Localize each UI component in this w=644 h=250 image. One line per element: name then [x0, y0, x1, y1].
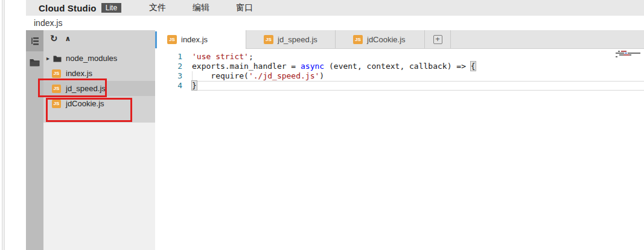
- tree-item-node-modules[interactable]: ▸ node_modules: [43, 51, 155, 66]
- tab-label: jd_speed.js: [278, 35, 317, 44]
- menu-list: 文件 编辑 窗口: [136, 1, 266, 14]
- code-line-2[interactable]: 2 exports.main_handler = async (event, c…: [157, 62, 644, 71]
- activity-bar: [26, 30, 43, 250]
- explorer-toolbar: ↻ ∧: [43, 30, 71, 47]
- line-number: 3: [157, 71, 182, 81]
- code-token: ;: [249, 52, 253, 61]
- annotation-box-jdcookie: [46, 98, 132, 122]
- code-token: ): [319, 71, 324, 80]
- menubar: Cloud Studio Lite 文件 编辑 窗口: [26, 0, 644, 16]
- breadcrumb-filename[interactable]: index.js: [34, 18, 62, 28]
- lite-badge: Lite: [101, 3, 121, 13]
- menu-window[interactable]: 窗口: [223, 1, 266, 14]
- page-edge-strip: [2, 0, 5, 250]
- bracket-match-close: }: [192, 81, 197, 90]
- tree-item-label: index.js: [66, 69, 92, 78]
- collapse-all-icon[interactable]: ∧: [65, 34, 71, 43]
- tab-index-js[interactable]: JS index.js: [157, 30, 246, 49]
- code-editor[interactable]: 1 'use strict'; 2 exports.main_handler =…: [157, 49, 644, 250]
- new-tab-button[interactable]: +: [425, 30, 451, 48]
- js-file-icon: JS: [264, 35, 273, 44]
- code-token-string: 'use strict': [192, 52, 249, 61]
- file-explorer-button[interactable]: [26, 51, 43, 72]
- editor-zone: JS index.js JS jd_speed.js JS jdCookie.j…: [157, 30, 644, 250]
- refresh-icon[interactable]: ↻: [50, 33, 58, 44]
- menu-file[interactable]: 文件: [136, 1, 179, 14]
- tab-bar: JS index.js JS jd_speed.js JS jdCookie.j…: [157, 30, 644, 49]
- js-file-icon: JS: [52, 69, 61, 78]
- menu-edit[interactable]: 编辑: [179, 1, 223, 14]
- js-file-icon: JS: [353, 35, 363, 44]
- tree-item-label: node_modules: [66, 54, 117, 63]
- line-number: 2: [157, 62, 182, 71]
- bracket-match-open: {: [471, 62, 476, 71]
- tab-label: jdCookie.js: [367, 35, 406, 44]
- js-file-icon: JS: [167, 35, 177, 44]
- cloud-studio-window: Cloud Studio Lite 文件 编辑 窗口 index.js: [0, 0, 644, 250]
- app-logo: Cloud Studio: [39, 3, 97, 13]
- tab-label: index.js: [181, 35, 208, 44]
- code-token: (event, context, callback) =>: [324, 62, 471, 71]
- folder-icon: [30, 58, 40, 66]
- code-token-keyword: async: [301, 62, 324, 71]
- tab-jdcookie-js[interactable]: JS jdCookie.js: [336, 30, 425, 48]
- tab-jd-speed-js[interactable]: JS jd_speed.js: [246, 30, 336, 48]
- outline-tree-icon: [30, 36, 40, 46]
- code-token-string: './jd_speed.js': [249, 71, 319, 80]
- file-explorer-panel: ↻ ∧ ▸ node_modules JS index.js: [43, 30, 155, 250]
- app-shell: Cloud Studio Lite 文件 编辑 窗口 index.js: [26, 0, 644, 250]
- line-number: 4: [157, 81, 182, 91]
- code-token: exports.main_handler =: [192, 62, 301, 71]
- breadcrumb: index.js: [26, 16, 644, 30]
- line-number: 1: [157, 52, 182, 62]
- expand-arrow-icon[interactable]: ▸: [46, 55, 52, 62]
- code-line-4[interactable]: 4 }: [157, 81, 644, 91]
- outline-view-button[interactable]: [26, 30, 43, 51]
- folder-icon: [53, 55, 62, 62]
- annotation-box-jd-speed: [38, 79, 107, 97]
- code-line-3[interactable]: 3 require('./jd_speed.js'): [157, 71, 644, 81]
- code-line-1[interactable]: 1 'use strict';: [157, 52, 644, 62]
- code-token: require(: [192, 71, 249, 80]
- new-tab-icon: +: [433, 35, 442, 44]
